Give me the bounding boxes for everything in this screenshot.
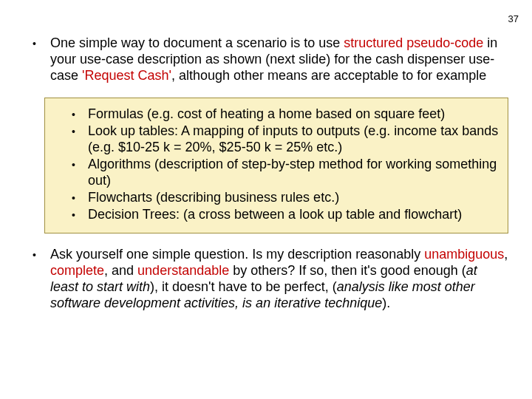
bullet-marker: • — [72, 190, 88, 206]
sub-bullet-item: • Formulas (e.g. cost of heating a home … — [51, 106, 502, 123]
emphasis-red: understandable — [137, 263, 229, 278]
text-fragment: by others? If so, then it's good enough … — [229, 263, 466, 278]
sub-bullet-text: Flowcharts (describing business rules et… — [88, 190, 502, 206]
bullet-marker: • — [72, 157, 88, 173]
text-fragment: , — [504, 247, 508, 262]
text-fragment: , and — [104, 263, 137, 278]
sub-bullet-item: • Flowcharts (describing business rules … — [51, 190, 502, 206]
text-fragment: One simple way to document a scenario is… — [50, 35, 344, 50]
bullet-marker: • — [72, 123, 88, 140]
bullet-item-2: • Ask yourself one simple question. Is m… — [33, 247, 508, 312]
emphasis-red: unambiguous — [424, 247, 504, 262]
sub-bullet-item: • Look up tables: A mapping of inputs to… — [51, 123, 502, 156]
bullet-marker: • — [33, 247, 50, 263]
highlight-box: • Formulas (e.g. cost of heating a home … — [44, 98, 508, 233]
bullet-marker: • — [72, 106, 88, 123]
sub-bullet-item: • Decision Trees: (a cross between a loo… — [51, 207, 502, 223]
slide: 37 • One simple way to document a scenar… — [0, 0, 532, 399]
bullet-text-1: One simple way to document a scenario is… — [50, 35, 508, 84]
slide-content: • One simple way to document a scenario … — [33, 35, 508, 317]
sub-bullet-text: Decision Trees: (a cross between a look … — [88, 207, 502, 223]
bullet-marker: • — [72, 207, 88, 223]
text-fragment: Ask yourself one simple question. Is my … — [50, 247, 424, 262]
bullet-text-2: Ask yourself one simple question. Is my … — [50, 247, 508, 312]
sub-bullet-text: Algorithms (description of step-by-step … — [88, 157, 502, 189]
bullet-item-1: • One simple way to document a scenario … — [33, 35, 508, 84]
emphasis-red: 'Request Cash' — [82, 68, 171, 83]
emphasis-red: structured pseudo-code — [344, 35, 483, 50]
text-fragment: ), it doesn't have to be perfect, ( — [150, 279, 337, 294]
sub-bullet-text: Formulas (e.g. cost of heating a home ba… — [88, 106, 502, 123]
sub-bullet-item: • Algorithms (description of step-by-ste… — [51, 157, 502, 189]
emphasis-red: complete — [50, 263, 104, 278]
text-fragment: , although other means are acceptable to… — [171, 68, 486, 83]
page-number: 37 — [508, 13, 519, 24]
sub-bullet-text: Look up tables: A mapping of inputs to o… — [88, 123, 502, 156]
bullet-marker: • — [33, 35, 50, 52]
text-fragment: ). — [382, 296, 390, 310]
